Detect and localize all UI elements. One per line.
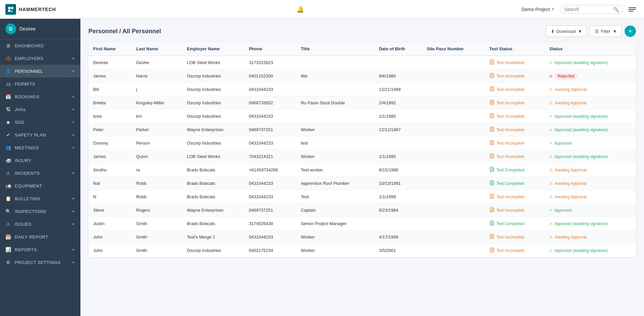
test-doc-icon bbox=[489, 194, 495, 200]
test-status-link[interactable]: Test Completed bbox=[496, 168, 524, 172]
test-status-cell[interactable]: Test Incomplete bbox=[485, 190, 544, 204]
table-row[interactable]: Desiree DaVee LOB Steel Works 3173315823… bbox=[88, 56, 636, 69]
test-status-link[interactable]: Test Incomplete bbox=[496, 208, 524, 213]
title-cell: Test worker bbox=[296, 163, 374, 177]
site-pass-cell bbox=[422, 163, 485, 177]
test-status-link[interactable]: Test Incomplete bbox=[496, 127, 524, 132]
sidebar-item-personnel[interactable]: 👤 PERSONNEL ▼ bbox=[0, 65, 80, 77]
test-status-cell[interactable]: Test Incomplete bbox=[485, 123, 544, 137]
table-row[interactable]: Sindhu ra Brads Bobcats +61459734266 Tes… bbox=[88, 163, 636, 177]
sidebar-item-daily-report[interactable]: 📆 DAILY REPORT bbox=[0, 230, 80, 243]
filter-button[interactable]: ☰ Filter ▼ bbox=[590, 25, 622, 37]
test-status-cell[interactable]: Test Incomplete bbox=[485, 83, 544, 96]
test-status-link[interactable]: Test Incomplete bbox=[496, 114, 524, 119]
employer-cell: Oscorp Industries bbox=[182, 69, 244, 83]
sidebar-item-meetings[interactable]: 👥 MEETINGS ▼ bbox=[0, 141, 80, 154]
notifications-button[interactable]: 🔔 bbox=[294, 3, 307, 16]
first-name-cell: Sindhu bbox=[88, 163, 131, 177]
test-doc-icon bbox=[489, 100, 495, 106]
test-status-link[interactable]: Test Incomplete bbox=[496, 248, 524, 253]
add-button[interactable]: + bbox=[625, 25, 636, 37]
test-doc-icon bbox=[489, 153, 495, 160]
test-status-link[interactable]: Test Completed bbox=[496, 221, 524, 226]
test-status-cell[interactable]: Test Incomplete bbox=[485, 69, 544, 83]
sidebar-item-reports[interactable]: 📊 REPORTS ▼ bbox=[0, 243, 80, 256]
test-status-cell[interactable]: Test Incomplete bbox=[485, 230, 544, 244]
sidebar-item-jhas[interactable]: 🏗 JHAs ▼ bbox=[0, 103, 80, 116]
top-nav: HAMMERTECH 🔔 Demo Project ▼ 🔍 bbox=[0, 0, 644, 19]
table-row[interactable]: Bill j Oscorp Industries 0431044233 12/2… bbox=[88, 83, 636, 96]
download-button[interactable]: ⬇ Download ▼ bbox=[546, 25, 587, 37]
sidebar-item-sds[interactable]: ◆ SDS ▼ bbox=[0, 116, 80, 128]
test-status-link[interactable]: Test Incomplete bbox=[496, 141, 524, 146]
test-status-link[interactable]: Test Incomplete bbox=[496, 74, 524, 78]
dob-cell: 8/23/1984 bbox=[374, 204, 422, 217]
sidebar-item-employers[interactable]: 💼 EMPLOYERS ▼ bbox=[0, 52, 80, 65]
table-body: Desiree DaVee LOB Steel Works 3173315823… bbox=[88, 56, 636, 257]
table-row[interactable]: Justin Smith Brads Bobcats 3174026438 Se… bbox=[88, 217, 636, 230]
table-row[interactable]: bree km Oscorp Industries 0431044233 1/1… bbox=[88, 110, 636, 123]
employer-cell: Oscorp Industries bbox=[182, 137, 244, 150]
test-status-link[interactable]: Test Incomplete bbox=[496, 235, 524, 240]
table-row[interactable]: N Robb Brads Bobcats 0431044233 Test 1/1… bbox=[88, 190, 636, 204]
table-row[interactable]: James Quinn LOB Steel Works 7043214321 W… bbox=[88, 150, 636, 163]
dob-cell: 1/1/1995 bbox=[374, 150, 422, 163]
project-arrow-icon: ▼ bbox=[551, 7, 555, 11]
sidebar-item-safety-plan[interactable]: ✔ SAFETY PLAN ▼ bbox=[0, 128, 80, 141]
sidebar-item-inspections[interactable]: 🔍 INSPECTIONS ▼ bbox=[0, 205, 80, 218]
sidebar-item-equipment[interactable]: 🚛 EQUIPMENT bbox=[0, 179, 80, 192]
test-status-cell[interactable]: Test Incomplete bbox=[485, 204, 544, 217]
test-status-cell[interactable]: Test Completed bbox=[485, 163, 544, 177]
nav-icon-daily-report: 📆 bbox=[5, 234, 11, 240]
title-cell: Worker bbox=[296, 150, 374, 163]
test-status-cell[interactable]: Test Completed bbox=[485, 217, 544, 230]
nav-label-issues: ISSUES bbox=[15, 222, 68, 227]
search-icon: 🔍 bbox=[613, 7, 619, 12]
search-input[interactable] bbox=[564, 7, 611, 12]
logo-icon bbox=[5, 4, 16, 15]
test-status: Test Completed bbox=[489, 180, 540, 187]
sidebar-item-incidents[interactable]: ⚠ INCIDENTS ▼ bbox=[0, 167, 80, 179]
sidebar-item-bookings[interactable]: 📅 BOOKINGS ▼ bbox=[0, 90, 80, 103]
test-status-link[interactable]: Test Incomplete bbox=[496, 154, 524, 159]
last-name-cell: Kingsley-Miller bbox=[131, 96, 182, 110]
test-status-cell[interactable]: Test Invalidated bbox=[485, 56, 544, 69]
test-status-cell[interactable]: Test Incomplete bbox=[485, 96, 544, 110]
hamburger-menu-button[interactable] bbox=[626, 5, 639, 14]
dob-cell bbox=[374, 217, 422, 230]
sidebar-item-issues[interactable]: ⚠ ISSUES ▼ bbox=[0, 218, 80, 230]
test-status-cell[interactable]: Test Incomplete bbox=[485, 150, 544, 163]
table-row[interactable]: John Smith Test's Merge 2 0431044233 Wor… bbox=[88, 230, 636, 244]
table-row[interactable]: James Harris Oscorp Industries 040115230… bbox=[88, 69, 636, 83]
table-row[interactable]: Brietta Kingsley-Miller Oscorp Industrie… bbox=[88, 96, 636, 110]
sidebar-item-bulletins[interactable]: 📋 BULLETINS ▼ bbox=[0, 192, 80, 205]
test-status-cell[interactable]: Test Incomplete bbox=[485, 137, 544, 150]
sidebar-item-dashboard[interactable]: ⊞ DASHBOARD bbox=[0, 39, 80, 52]
table-row[interactable]: Nat Robb Brads Bobcats 0431044233 Appren… bbox=[88, 177, 636, 190]
sidebar-item-permits[interactable]: 🗂 PERMITS bbox=[0, 77, 80, 90]
sidebar-item-project-settings[interactable]: ⚙ PROJECT SETTINGS ▼ bbox=[0, 256, 80, 269]
employer-cell: LOB Steel Works bbox=[182, 56, 244, 69]
phone-cell: +61459734266 bbox=[244, 163, 296, 177]
test-status-link[interactable]: Test Incomplete bbox=[496, 195, 524, 199]
nav-icon-injury: 🚑 bbox=[5, 158, 11, 163]
table-row[interactable]: John Smith Oscorp Industries 0402175234 … bbox=[88, 244, 636, 257]
table-row[interactable]: Steve Rogers Wayne Enterprises 046973725… bbox=[88, 204, 636, 217]
phone-cell: 0402175234 bbox=[244, 244, 296, 257]
test-status-link[interactable]: Test Incomplete bbox=[496, 87, 524, 92]
col-last-name: Last Name bbox=[131, 42, 182, 56]
test-status-cell[interactable]: Test Incomplete bbox=[485, 110, 544, 123]
test-status-cell[interactable]: Test Incomplete bbox=[485, 244, 544, 257]
test-status-link[interactable]: Test Incomplete bbox=[496, 101, 524, 105]
test-status-link[interactable]: Test Completed bbox=[496, 181, 524, 186]
test-status-cell[interactable]: Test Completed bbox=[485, 177, 544, 190]
sidebar-item-injury[interactable]: 🚑 INJURY bbox=[0, 154, 80, 167]
site-pass-cell bbox=[422, 190, 485, 204]
table-row[interactable]: Dummy Person Oscorp Industries 043104423… bbox=[88, 137, 636, 150]
test-status-link[interactable]: Test Invalidated bbox=[496, 60, 524, 65]
nav-arrow-icon-safety-plan: ▼ bbox=[72, 133, 75, 137]
test-doc-icon bbox=[489, 207, 495, 213]
project-selector[interactable]: Demo Project ▼ bbox=[521, 7, 555, 12]
table-row[interactable]: Peter Parker Wayne Enterprises 046973725… bbox=[88, 123, 636, 137]
test-status: Test Incomplete bbox=[489, 73, 540, 79]
